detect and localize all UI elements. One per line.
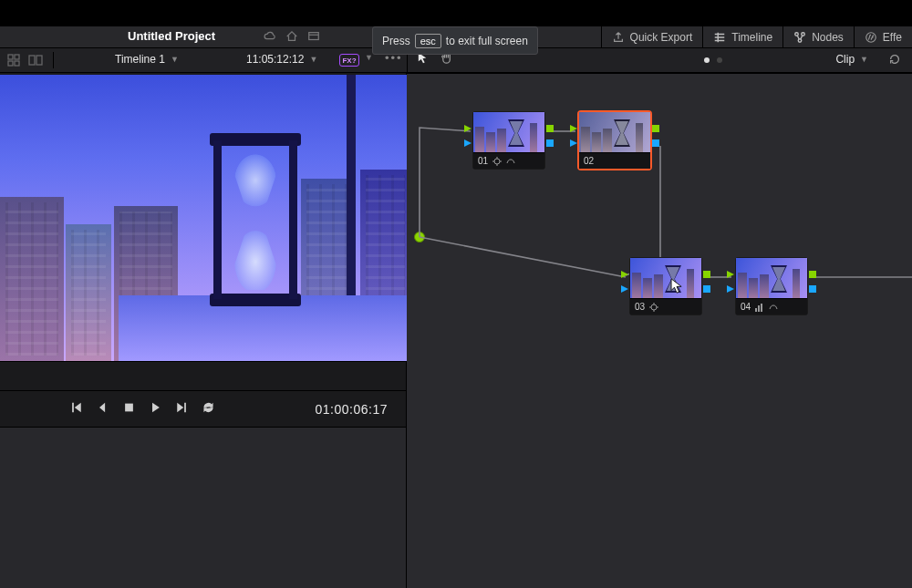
frame-back-icon[interactable]: [96, 401, 109, 418]
layout-grid-icon[interactable]: [5, 53, 22, 67]
dual-view-icon[interactable]: [27, 53, 44, 67]
node-input-alpha-port[interactable]: [727, 285, 734, 293]
node-output-alpha-port[interactable]: [546, 139, 554, 147]
node-output-rgb-port[interactable]: [809, 271, 816, 278]
node-input-rgb-port[interactable]: [464, 125, 472, 132]
svg-rect-8: [15, 61, 19, 66]
node-input-alpha-port[interactable]: [464, 139, 472, 147]
node-input-rgb-port[interactable]: [727, 271, 734, 278]
effects-panel-label: Effe: [883, 31, 902, 44]
svg-rect-16: [761, 304, 762, 312]
home-icon[interactable]: [285, 29, 299, 44]
node-thumbnail: [736, 258, 807, 298]
project-title: Untitled Project: [128, 29, 215, 43]
svg-rect-10: [36, 56, 42, 65]
crosshair-icon: [649, 303, 658, 312]
hdr-icon: [506, 157, 515, 166]
page-dot: [717, 57, 722, 63]
viewer[interactable]: [0, 75, 407, 361]
chevron-down-icon: ▼: [309, 55, 317, 64]
clip-mode-label: Clip: [835, 53, 855, 66]
fx-icon: [865, 31, 877, 44]
nodes-panel-label: Nodes: [812, 31, 844, 44]
node-thumbnail: [473, 112, 544, 152]
hdr-icon: [769, 303, 778, 312]
color-node-01[interactable]: 01: [472, 111, 545, 170]
color-node-02[interactable]: 02: [578, 111, 651, 170]
color-node-03[interactable]: 03: [629, 257, 702, 315]
node-output-rgb-port[interactable]: [703, 271, 710, 278]
stop-icon[interactable]: [122, 401, 136, 418]
player-timecode[interactable]: 01:00:06:17: [316, 402, 388, 417]
crosshair-icon: [492, 157, 502, 166]
timeline-icon: [713, 31, 726, 44]
node-number-label: 03: [635, 302, 645, 312]
clip-mode-dropdown[interactable]: Clip ▼: [835, 53, 868, 66]
viewer-art: [66, 224, 111, 361]
svg-rect-6: [15, 55, 19, 59]
esc-hint-press: Press: [382, 35, 410, 47]
timeline-name-label: Timeline 1: [115, 53, 165, 66]
main-area: 01:00:06:17: [0, 73, 912, 588]
nodes-panel-button[interactable]: Nodes: [782, 26, 854, 48]
node-input-alpha-port[interactable]: [570, 139, 577, 147]
svg-rect-11: [125, 403, 133, 411]
esc-hint-rest: to exit full screen: [446, 35, 528, 47]
quick-export-button[interactable]: Quick Export: [601, 26, 703, 48]
workspace-icon[interactable]: [306, 29, 321, 44]
node-output-alpha-port[interactable]: [809, 285, 816, 293]
cloud-icon[interactable]: [263, 29, 277, 44]
loop-icon[interactable]: [202, 401, 215, 418]
node-graph[interactable]: 01 0: [407, 73, 912, 588]
node-thumbnail: [579, 112, 650, 152]
node-output-alpha-port[interactable]: [703, 285, 710, 293]
viewer-scrub-bar[interactable]: [0, 361, 406, 390]
svg-point-2: [802, 33, 805, 36]
reset-icon[interactable]: [888, 53, 901, 69]
svg-point-1: [795, 33, 799, 36]
left-bottom-panel: [0, 427, 406, 588]
transport-bar: 01:00:06:17: [0, 390, 406, 427]
skip-back-icon[interactable]: [69, 401, 83, 418]
node-number-label: 04: [741, 302, 751, 312]
node-input-alpha-port[interactable]: [621, 285, 628, 293]
node-number-label: 01: [478, 156, 488, 166]
render-cache-badge[interactable]: FX?: [339, 54, 359, 67]
page-dot-active: [704, 57, 710, 63]
window-top-strip: [0, 0, 912, 26]
color-node-04[interactable]: 04: [735, 257, 808, 315]
viewer-art: [201, 133, 310, 306]
quick-export-label: Quick Export: [630, 31, 693, 44]
play-icon[interactable]: [149, 401, 162, 418]
node-output-alpha-port[interactable]: [652, 139, 659, 147]
timeline-dropdown[interactable]: Timeline 1 ▼: [115, 53, 179, 66]
timeline-panel-label: Timeline: [731, 31, 772, 44]
svg-rect-7: [8, 61, 13, 66]
graph-source-dot[interactable]: [414, 232, 425, 242]
toolbar-separator: [53, 52, 54, 68]
effects-panel-button[interactable]: Effe: [854, 26, 912, 48]
esc-key-badge: esc: [415, 34, 441, 48]
export-icon: [612, 31, 625, 44]
mouse-cursor-icon: [670, 278, 683, 297]
node-input-rgb-port[interactable]: [621, 271, 628, 278]
node-output-rgb-port[interactable]: [652, 125, 659, 132]
svg-rect-9: [29, 56, 35, 65]
viewer-art: [0, 197, 64, 361]
svg-point-13: [651, 304, 657, 310]
skip-forward-icon[interactable]: [175, 401, 189, 418]
timeline-panel-button[interactable]: Timeline: [702, 26, 782, 48]
nodes-icon: [793, 31, 806, 44]
render-cache-label: FX?: [342, 57, 356, 65]
timeline-timecode[interactable]: 11:05:12:12 ▼: [246, 53, 317, 66]
svg-rect-0: [309, 33, 319, 40]
node-graph-pane[interactable]: 01 0: [407, 73, 912, 588]
top-right-menu: Quick Export Timeline Nodes: [601, 26, 912, 48]
node-output-rgb-port[interactable]: [546, 125, 554, 132]
chevron-down-icon: ▼: [860, 55, 868, 64]
chevron-down-icon[interactable]: ▼: [365, 53, 373, 62]
page-dots[interactable]: [704, 57, 722, 63]
svg-rect-5: [8, 55, 13, 59]
node-number-label: 02: [584, 156, 594, 166]
node-input-rgb-port[interactable]: [570, 125, 577, 132]
